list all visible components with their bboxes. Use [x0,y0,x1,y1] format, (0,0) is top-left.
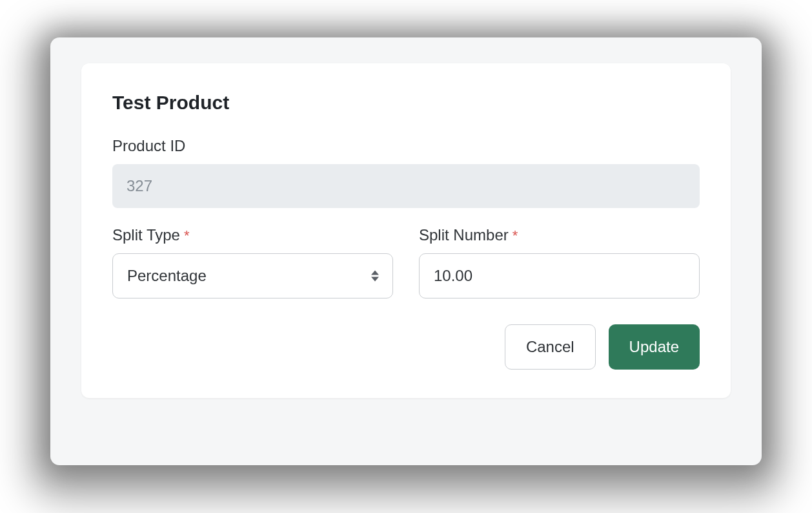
product-id-field: Product ID 327 [112,137,700,208]
split-type-field: Split Type* Percentage [112,226,393,298]
split-number-field: Split Number* [419,226,700,298]
form-actions: Cancel Update [112,324,700,370]
outer-panel: Test Product Product ID 327 Split Type* … [50,37,762,465]
split-type-select[interactable]: Percentage [112,253,393,298]
split-number-label: Split Number* [419,226,700,244]
product-id-input: 327 [112,164,700,208]
product-id-label: Product ID [112,137,700,155]
split-number-input[interactable] [419,253,700,298]
required-star-icon: * [184,227,190,244]
split-row: Split Type* Percentage Split Number* [112,226,700,298]
split-type-select-wrap: Percentage [112,253,393,298]
split-type-label-text: Split Type [112,226,180,244]
update-button[interactable]: Update [609,324,700,370]
card-title: Test Product [112,92,700,114]
required-star-icon: * [513,227,518,244]
product-split-card: Test Product Product ID 327 Split Type* … [81,63,731,398]
split-number-label-text: Split Number [419,226,509,244]
split-type-label: Split Type* [112,226,393,244]
cancel-button[interactable]: Cancel [505,324,596,370]
